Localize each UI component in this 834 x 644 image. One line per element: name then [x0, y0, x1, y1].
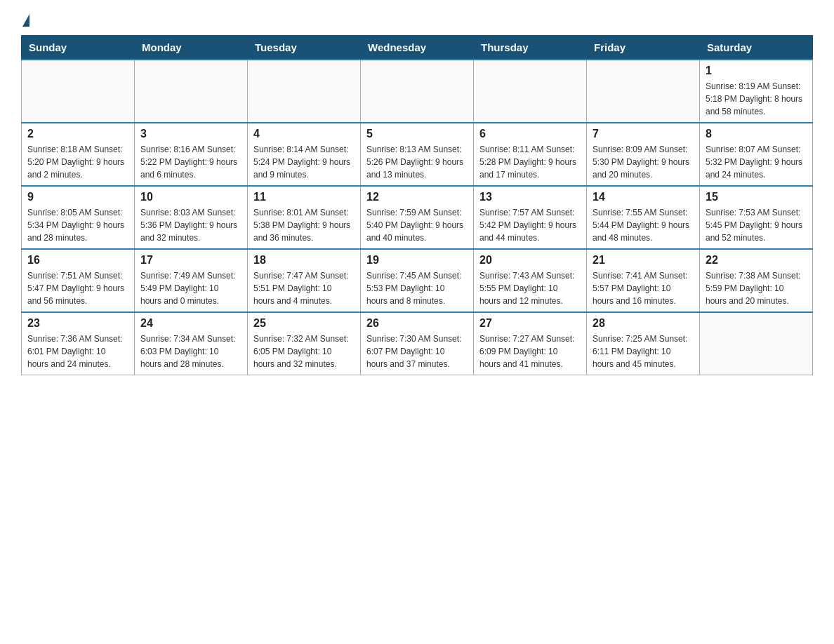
- calendar-day-cell: 12Sunrise: 7:59 AM Sunset: 5:40 PM Dayli…: [361, 186, 474, 249]
- calendar-day-cell: 25Sunrise: 7:32 AM Sunset: 6:05 PM Dayli…: [248, 312, 361, 375]
- calendar-week-row: 23Sunrise: 7:36 AM Sunset: 6:01 PM Dayli…: [22, 312, 813, 375]
- day-info: Sunrise: 8:01 AM Sunset: 5:38 PM Dayligh…: [253, 206, 355, 244]
- calendar-day-cell: [248, 60, 361, 123]
- calendar-day-cell: [700, 312, 813, 375]
- day-number: 24: [140, 317, 241, 330]
- day-of-week-header: Thursday: [474, 36, 587, 60]
- day-info: Sunrise: 7:45 AM Sunset: 5:53 PM Dayligh…: [366, 269, 468, 307]
- day-info: Sunrise: 7:55 AM Sunset: 5:44 PM Dayligh…: [593, 206, 694, 244]
- calendar-day-cell: [135, 60, 248, 123]
- day-info: Sunrise: 7:30 AM Sunset: 6:07 PM Dayligh…: [366, 333, 468, 370]
- day-info: Sunrise: 7:53 AM Sunset: 5:45 PM Dayligh…: [706, 206, 807, 244]
- day-of-week-header: Wednesday: [361, 36, 474, 60]
- day-info: Sunrise: 8:11 AM Sunset: 5:28 PM Dayligh…: [479, 143, 581, 181]
- calendar-day-cell: 6Sunrise: 8:11 AM Sunset: 5:28 PM Daylig…: [474, 123, 587, 186]
- day-info: Sunrise: 8:14 AM Sunset: 5:24 PM Dayligh…: [253, 143, 355, 181]
- day-info: Sunrise: 8:05 AM Sunset: 5:34 PM Dayligh…: [27, 206, 128, 244]
- day-number: 14: [593, 191, 694, 203]
- day-number: 6: [479, 128, 581, 140]
- calendar-day-cell: [474, 60, 587, 123]
- day-number: 27: [479, 317, 581, 330]
- day-number: 4: [253, 128, 355, 140]
- calendar-day-cell: 24Sunrise: 7:34 AM Sunset: 6:03 PM Dayli…: [135, 312, 248, 375]
- calendar-day-cell: [22, 60, 135, 123]
- day-info: Sunrise: 7:27 AM Sunset: 6:09 PM Dayligh…: [479, 333, 581, 370]
- day-info: Sunrise: 8:18 AM Sunset: 5:20 PM Dayligh…: [27, 143, 128, 181]
- day-info: Sunrise: 7:49 AM Sunset: 5:49 PM Dayligh…: [140, 269, 241, 307]
- calendar-day-cell: 13Sunrise: 7:57 AM Sunset: 5:42 PM Dayli…: [474, 186, 587, 249]
- day-of-week-header: Friday: [587, 36, 700, 60]
- day-number: 20: [479, 254, 581, 267]
- calendar-day-cell: 26Sunrise: 7:30 AM Sunset: 6:07 PM Dayli…: [361, 312, 474, 375]
- day-info: Sunrise: 7:32 AM Sunset: 6:05 PM Dayligh…: [253, 333, 355, 370]
- day-number: 3: [140, 128, 241, 140]
- calendar-week-row: 9Sunrise: 8:05 AM Sunset: 5:34 PM Daylig…: [22, 186, 813, 249]
- day-info: Sunrise: 8:09 AM Sunset: 5:30 PM Dayligh…: [593, 143, 694, 181]
- day-number: 18: [253, 254, 355, 267]
- day-number: 2: [27, 128, 128, 140]
- calendar-day-cell: 20Sunrise: 7:43 AM Sunset: 5:55 PM Dayli…: [474, 249, 587, 312]
- calendar-day-cell: 3Sunrise: 8:16 AM Sunset: 5:22 PM Daylig…: [135, 123, 248, 186]
- day-number: 28: [593, 317, 694, 330]
- calendar-week-row: 2Sunrise: 8:18 AM Sunset: 5:20 PM Daylig…: [22, 123, 813, 186]
- calendar-day-cell: 7Sunrise: 8:09 AM Sunset: 5:30 PM Daylig…: [587, 123, 700, 186]
- calendar-day-cell: 10Sunrise: 8:03 AM Sunset: 5:36 PM Dayli…: [135, 186, 248, 249]
- day-of-week-header: Sunday: [22, 36, 135, 60]
- logo-triangle-icon: [22, 14, 29, 27]
- calendar-day-cell: 19Sunrise: 7:45 AM Sunset: 5:53 PM Dayli…: [361, 249, 474, 312]
- day-number: 5: [366, 128, 468, 140]
- day-number: 15: [706, 191, 807, 203]
- calendar-table: SundayMondayTuesdayWednesdayThursdayFrid…: [21, 35, 813, 375]
- day-number: 12: [366, 191, 468, 203]
- day-info: Sunrise: 7:43 AM Sunset: 5:55 PM Dayligh…: [479, 269, 581, 307]
- calendar-day-cell: 21Sunrise: 7:41 AM Sunset: 5:57 PM Dayli…: [587, 249, 700, 312]
- calendar-day-cell: 16Sunrise: 7:51 AM Sunset: 5:47 PM Dayli…: [22, 249, 135, 312]
- calendar-header-row: SundayMondayTuesdayWednesdayThursdayFrid…: [22, 36, 813, 60]
- calendar-day-cell: 11Sunrise: 8:01 AM Sunset: 5:38 PM Dayli…: [248, 186, 361, 249]
- day-info: Sunrise: 7:36 AM Sunset: 6:01 PM Dayligh…: [27, 333, 128, 370]
- calendar-day-cell: 22Sunrise: 7:38 AM Sunset: 5:59 PM Dayli…: [700, 249, 813, 312]
- calendar-day-cell: 8Sunrise: 8:07 AM Sunset: 5:32 PM Daylig…: [700, 123, 813, 186]
- logo: [21, 14, 29, 28]
- day-number: 17: [140, 254, 241, 267]
- calendar-day-cell: [361, 60, 474, 123]
- day-info: Sunrise: 7:25 AM Sunset: 6:11 PM Dayligh…: [593, 333, 694, 370]
- calendar-day-cell: 14Sunrise: 7:55 AM Sunset: 5:44 PM Dayli…: [587, 186, 700, 249]
- day-info: Sunrise: 7:51 AM Sunset: 5:47 PM Dayligh…: [27, 269, 128, 307]
- calendar-week-row: 16Sunrise: 7:51 AM Sunset: 5:47 PM Dayli…: [22, 249, 813, 312]
- day-info: Sunrise: 8:16 AM Sunset: 5:22 PM Dayligh…: [140, 143, 241, 181]
- day-number: 8: [706, 128, 807, 140]
- day-info: Sunrise: 8:19 AM Sunset: 5:18 PM Dayligh…: [706, 80, 807, 118]
- calendar-day-cell: 23Sunrise: 7:36 AM Sunset: 6:01 PM Dayli…: [22, 312, 135, 375]
- calendar-day-cell: 1Sunrise: 8:19 AM Sunset: 5:18 PM Daylig…: [700, 60, 813, 123]
- day-number: 25: [253, 317, 355, 330]
- day-of-week-header: Saturday: [700, 36, 813, 60]
- day-info: Sunrise: 7:47 AM Sunset: 5:51 PM Dayligh…: [253, 269, 355, 307]
- day-number: 19: [366, 254, 468, 267]
- day-number: 1: [706, 65, 807, 77]
- calendar-day-cell: 27Sunrise: 7:27 AM Sunset: 6:09 PM Dayli…: [474, 312, 587, 375]
- calendar-day-cell: 18Sunrise: 7:47 AM Sunset: 5:51 PM Dayli…: [248, 249, 361, 312]
- day-info: Sunrise: 8:07 AM Sunset: 5:32 PM Dayligh…: [706, 143, 807, 181]
- calendar-day-cell: 15Sunrise: 7:53 AM Sunset: 5:45 PM Dayli…: [700, 186, 813, 249]
- day-number: 9: [27, 191, 128, 203]
- calendar-day-cell: 28Sunrise: 7:25 AM Sunset: 6:11 PM Dayli…: [587, 312, 700, 375]
- day-of-week-header: Monday: [135, 36, 248, 60]
- day-info: Sunrise: 7:41 AM Sunset: 5:57 PM Dayligh…: [593, 269, 694, 307]
- calendar-day-cell: [587, 60, 700, 123]
- day-info: Sunrise: 7:57 AM Sunset: 5:42 PM Dayligh…: [479, 206, 581, 244]
- day-number: 26: [366, 317, 468, 330]
- day-number: 7: [593, 128, 694, 140]
- day-number: 11: [253, 191, 355, 203]
- day-info: Sunrise: 8:13 AM Sunset: 5:26 PM Dayligh…: [366, 143, 468, 181]
- calendar-day-cell: 9Sunrise: 8:05 AM Sunset: 5:34 PM Daylig…: [22, 186, 135, 249]
- day-number: 23: [27, 317, 128, 330]
- day-info: Sunrise: 7:38 AM Sunset: 5:59 PM Dayligh…: [706, 269, 807, 307]
- page-header: [21, 14, 813, 28]
- day-info: Sunrise: 7:34 AM Sunset: 6:03 PM Dayligh…: [140, 333, 241, 370]
- calendar-day-cell: 2Sunrise: 8:18 AM Sunset: 5:20 PM Daylig…: [22, 123, 135, 186]
- day-number: 10: [140, 191, 241, 203]
- day-of-week-header: Tuesday: [248, 36, 361, 60]
- day-info: Sunrise: 8:03 AM Sunset: 5:36 PM Dayligh…: [140, 206, 241, 244]
- day-number: 13: [479, 191, 581, 203]
